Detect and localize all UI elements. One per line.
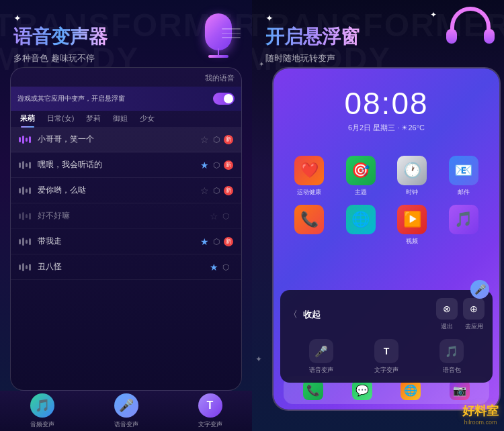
badge-5: 新 xyxy=(224,237,233,246)
export-2[interactable]: ⬡ xyxy=(213,160,220,170)
star-5[interactable]: ★ xyxy=(200,236,209,247)
wave-icon-1 xyxy=(19,134,32,145)
sparkle-right-2: ✦ xyxy=(430,10,437,19)
float-pack-item[interactable]: 🎵 语音包 xyxy=(439,339,464,375)
wave-bar xyxy=(29,264,31,271)
badge-1: 新 xyxy=(224,135,233,144)
app-clock-label: 时钟 xyxy=(406,188,418,197)
app-health[interactable]: ❤️ 运动健康 xyxy=(294,156,324,197)
wave-bar xyxy=(26,240,28,244)
mic-illustration xyxy=(192,7,245,67)
mic-body xyxy=(205,13,232,50)
nav-voice[interactable]: 🎤 语音变声 xyxy=(114,393,138,429)
right-title-area: ✦ 开启悬浮窗 随时随地玩转变声 xyxy=(265,12,360,64)
app-health-label: 运动健康 xyxy=(297,188,321,197)
dock-camera[interactable]: 📷 xyxy=(450,380,470,400)
voice-name-2: 嘿喂，我会听话的 xyxy=(38,159,200,171)
star-3[interactable]: ☆ xyxy=(200,185,209,196)
float-actions: ⊗ 退出 ⊕ 去应用 xyxy=(321,298,485,331)
wave-bar xyxy=(19,265,21,270)
app-clock[interactable]: 🕐 时钟 xyxy=(397,156,427,197)
app-mail[interactable]: 📧 邮件 xyxy=(449,156,478,197)
float-exit-label: 退出 xyxy=(441,322,453,331)
float-title: 收起 xyxy=(303,309,321,321)
voice-name-1: 小哥哥，笑一个 xyxy=(38,134,200,145)
nav-audio[interactable]: 🎵 音频变声 xyxy=(30,393,54,429)
toggle-description: 游戏或其它应用中变声，开启悬浮窗 xyxy=(17,94,213,103)
export-1[interactable]: ⬡ xyxy=(213,135,220,144)
tab-梦莉[interactable]: 梦莉 xyxy=(82,111,105,126)
floating-mic-button[interactable]: 🎤 xyxy=(470,280,489,299)
app-orange[interactable]: 📞 xyxy=(294,205,324,246)
app-mail-icon: 📧 xyxy=(449,156,478,185)
star-1[interactable]: ☆ xyxy=(200,134,209,145)
wave-bar xyxy=(29,162,31,169)
hp-ear-left xyxy=(446,29,457,44)
lock-clock: 08:08 xyxy=(274,85,499,122)
wave-bar xyxy=(19,213,21,219)
wave-icon-3 xyxy=(19,185,32,196)
wave-icon-6 xyxy=(19,262,32,273)
toggle-knob xyxy=(224,94,233,103)
app-extra[interactable]: 🎵 xyxy=(449,205,478,246)
app-video-label: 视频 xyxy=(406,237,418,246)
wave-icon-2 xyxy=(19,160,32,171)
dock-phone[interactable]: 📞 xyxy=(303,380,323,400)
app-video[interactable]: ▶️ 视频 xyxy=(397,205,427,246)
voice-item-2[interactable]: 嘿喂，我会听话的 ★ ⬡ 新 xyxy=(11,152,241,178)
app-clock-icon: 🕐 xyxy=(397,156,427,185)
float-voice-item[interactable]: 🎤 语音变声 xyxy=(309,339,333,375)
float-goto-btn[interactable]: ⊕ 去应用 xyxy=(463,298,485,331)
voice-item-5[interactable]: 带我走 ★ ⬡ 新 xyxy=(11,229,241,254)
float-goto-icon: ⊕ xyxy=(463,298,485,320)
nav-audio-label: 音频变声 xyxy=(30,420,54,429)
app-row-1: ❤️ 运动健康 🎯 主题 🕐 时钟 📧 邮件 xyxy=(284,156,489,197)
tab-少女[interactable]: 少女 xyxy=(136,111,159,126)
float-voice-label: 语音变声 xyxy=(309,366,333,375)
wave-bar xyxy=(29,238,31,245)
export-4[interactable]: ⬡ xyxy=(222,211,229,221)
wave-bar xyxy=(19,137,21,142)
export-6[interactable]: ⬡ xyxy=(222,262,229,272)
voice-item-3[interactable]: 爱你哟，么哒 ☆ ⬡ 新 xyxy=(11,178,241,203)
float-exit-btn[interactable]: ⊗ 退出 xyxy=(436,298,458,331)
star-6[interactable]: ★ xyxy=(210,262,218,273)
app-row-2: 📞 🌐 ▶️ 视频 🎵 xyxy=(284,205,489,246)
phone-screen: 08:08 6月2日 星期三 · ☀26°C ❤️ 运动健康 🎯 主题 🕐 xyxy=(274,68,499,410)
nav-text[interactable]: T 文字变声 xyxy=(198,393,222,429)
tab-御姐[interactable]: 御姐 xyxy=(109,111,132,126)
dock-browser[interactable]: 🌐 xyxy=(401,380,421,400)
dock-msg[interactable]: 💬 xyxy=(352,380,372,400)
app-theme[interactable]: 🎯 主题 xyxy=(346,156,376,197)
float-exit-icon: ⊗ xyxy=(436,298,458,320)
wave-bar xyxy=(29,136,31,143)
mic-stand xyxy=(218,48,219,55)
float-text-item[interactable]: T 文字变声 xyxy=(374,339,398,375)
bottom-nav: 🎵 音频变声 🎤 语音变声 T 文字变声 xyxy=(0,391,252,431)
lock-date: 6月2日 星期三 · ☀26°C xyxy=(274,123,499,133)
export-5[interactable]: ⬡ xyxy=(213,237,220,246)
export-3[interactable]: ⬡ xyxy=(213,186,220,195)
voice-name-5: 带我走 xyxy=(38,236,200,247)
hp-arc xyxy=(450,7,491,34)
left-main-title: 语音变声器 xyxy=(13,24,108,50)
tab-呆萌[interactable]: 呆萌 xyxy=(16,111,39,126)
voice-item-4[interactable]: 好不好嘛 ☆ ⬡ xyxy=(11,203,241,229)
voice-item-1[interactable]: 小哥哥，笑一个 ☆ ⬡ 新 xyxy=(11,127,241,152)
my-voice-label: 我的语音 xyxy=(205,73,235,83)
app-orange-icon: 📞 xyxy=(294,205,324,234)
voice-item-6[interactable]: 丑八怪 ★ ⬡ xyxy=(11,254,241,280)
app-extra-icon: 🎵 xyxy=(449,205,478,234)
voice-tabs: 呆萌 日常(女) 梦莉 御姐 少女 xyxy=(11,111,241,126)
star-2[interactable]: ★ xyxy=(200,160,209,171)
float-goto-label: 去应用 xyxy=(465,322,483,331)
badge-2: 新 xyxy=(224,160,233,170)
tab-日常女[interactable]: 日常(女) xyxy=(43,111,78,126)
float-back-button[interactable]: 〈 xyxy=(288,309,298,321)
app-teal[interactable]: 🌐 xyxy=(346,205,376,246)
float-bottom-row: 🎤 语音变声 T 文字变声 🎵 语音包 xyxy=(288,339,485,375)
phone-mockup-left: 我的语音 游戏或其它应用中变声，开启悬浮窗 呆萌 日常(女) 梦莉 御姐 少女 xyxy=(10,67,242,391)
wave-bar xyxy=(19,162,21,168)
toggle-switch[interactable] xyxy=(213,93,235,105)
star-4[interactable]: ☆ xyxy=(210,211,218,222)
